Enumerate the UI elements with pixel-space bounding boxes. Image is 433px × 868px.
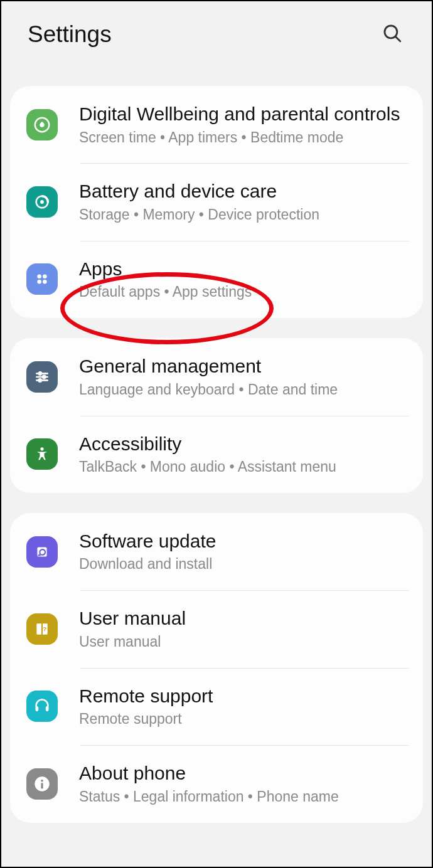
svg-point-5 [37,275,41,279]
row-subtitle: Remote support [79,710,409,729]
svg-line-1 [395,36,400,41]
user-manual-icon: ? [26,613,58,645]
battery-care-icon [26,186,58,218]
row-digital-wellbeing[interactable]: Digital Wellbeing and parental controls … [10,86,423,163]
row-remote-support[interactable]: Remote support Remote support [10,668,423,745]
row-subtitle: Screen time • App timers • Bedtime mode [79,129,409,147]
page-title: Settings [28,21,112,48]
row-subtitle: Language and keyboard • Date and time [79,381,409,400]
apps-icon [26,263,58,295]
svg-point-10 [39,372,41,374]
about-phone-icon [26,768,58,800]
row-title: About phone [79,761,409,785]
row-title: Apps [79,257,409,281]
remote-support-icon [26,691,58,722]
row-apps[interactable]: Apps Default apps • App settings [10,241,423,318]
row-subtitle: TalkBack • Mono audio • Assistant menu [79,458,409,477]
row-title: Remote support [79,684,409,708]
row-text: Apps Default apps • App settings [79,255,409,304]
row-text: Remote support Remote support [79,682,409,731]
row-title: User manual [79,606,409,630]
general-management-icon [26,361,58,393]
row-user-manual[interactable]: ? User manual User manual [10,590,423,667]
settings-group-1: General management Language and keyboard… [10,338,423,493]
svg-rect-19 [46,706,49,711]
row-subtitle: Status • Legal information • Phone name [79,788,409,807]
search-button[interactable] [379,20,405,48]
svg-rect-18 [36,706,39,711]
row-subtitle: Storage • Memory • Device protection [79,206,409,225]
row-title: Accessibility [79,432,409,456]
accessibility-icon [26,438,58,470]
search-icon [382,23,403,44]
svg-point-8 [43,280,47,285]
software-update-icon [26,536,58,568]
header: Settings [1,1,432,86]
svg-point-21 [41,780,43,782]
settings-group-2: Software update Download and install ? U… [10,513,423,823]
svg-point-4 [40,200,44,204]
row-text: User manual User manual [79,604,409,654]
row-text: Digital Wellbeing and parental controls … [79,100,409,149]
row-text: Software update Download and install [79,527,409,576]
row-text: Accessibility TalkBack • Mono audio • As… [79,430,409,479]
row-battery-device-care[interactable]: Battery and device care Storage • Memory… [10,163,423,240]
row-text: Battery and device care Storage • Memory… [79,177,409,226]
row-general-management[interactable]: General management Language and keyboard… [10,338,423,415]
row-title: General management [79,354,409,378]
svg-point-12 [43,376,45,378]
row-title: Digital Wellbeing and parental controls [79,102,409,126]
row-subtitle: User manual [79,633,409,652]
svg-point-14 [39,379,41,381]
row-about-phone[interactable]: About phone Status • Legal information •… [10,745,423,822]
row-text: General management Language and keyboard… [79,352,409,401]
svg-point-15 [40,448,43,451]
row-title: Software update [79,529,409,553]
svg-point-6 [43,275,47,279]
row-subtitle: Download and install [79,555,409,574]
wellbeing-icon [26,109,58,140]
settings-group-0: Digital Wellbeing and parental controls … [10,86,423,318]
svg-rect-22 [41,783,43,788]
row-subtitle: Default apps • App settings [79,283,409,302]
row-software-update[interactable]: Software update Download and install [10,513,423,590]
row-title: Battery and device care [79,179,409,203]
svg-point-7 [37,280,41,285]
row-accessibility[interactable]: Accessibility TalkBack • Mono audio • As… [10,416,423,493]
svg-text:?: ? [43,625,46,632]
row-text: About phone Status • Legal information •… [79,759,409,808]
